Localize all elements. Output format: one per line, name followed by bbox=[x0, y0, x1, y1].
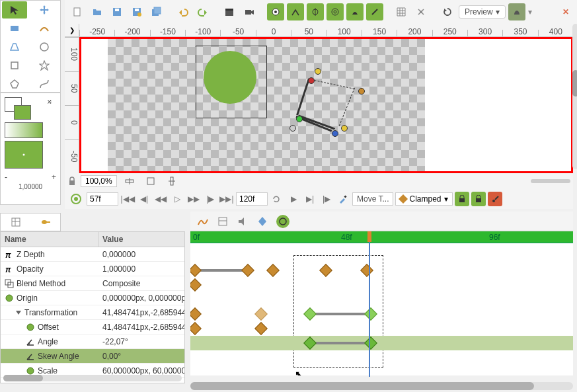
current-frame-input[interactable] bbox=[87, 192, 118, 206]
camera-icon[interactable] bbox=[241, 3, 258, 20]
square-tool[interactable] bbox=[2, 57, 27, 74]
params-tab-icon[interactable] bbox=[11, 217, 21, 227]
ruler-origin[interactable]: ❯ bbox=[65, 24, 79, 37]
lock-past-keyframes[interactable] bbox=[455, 192, 469, 206]
goto-start-button[interactable]: |◀◀ bbox=[120, 192, 135, 206]
loop-button[interactable] bbox=[270, 192, 284, 206]
move-tool[interactable] bbox=[32, 1, 57, 19]
grid-toggle-button[interactable] bbox=[393, 3, 410, 20]
open-file-button[interactable] bbox=[89, 3, 106, 20]
keyframe[interactable] bbox=[190, 322, 202, 335]
swap-colors-icon[interactable]: ⤭ bbox=[47, 98, 52, 105]
transform-handle[interactable] bbox=[296, 116, 303, 122]
step-forward-button[interactable]: ▶▶ bbox=[186, 192, 201, 206]
save-all-button[interactable] bbox=[148, 3, 165, 20]
interpolation-dropdown[interactable]: Clamped ▾ bbox=[395, 192, 452, 206]
keyframe[interactable] bbox=[303, 336, 317, 350]
keyframe[interactable] bbox=[254, 322, 268, 335]
animate-toggle-button[interactable] bbox=[488, 192, 502, 206]
param-row[interactable]: Angle-22,07° bbox=[1, 334, 184, 349]
keyframe[interactable] bbox=[266, 264, 280, 277]
transform-handle[interactable] bbox=[332, 130, 338, 137]
timeline-track[interactable] bbox=[190, 336, 573, 350]
fit-horizontal-button[interactable] bbox=[121, 173, 138, 190]
brush-size-decrease[interactable]: - bbox=[5, 173, 7, 182]
param-value[interactable]: Composite bbox=[98, 279, 184, 288]
ellipse-tool[interactable] bbox=[32, 38, 57, 56]
keyframes-tab-icon[interactable] bbox=[40, 217, 51, 227]
timeline-tracks[interactable]: ⬉ bbox=[190, 243, 573, 375]
transform-manipulator[interactable] bbox=[289, 68, 362, 134]
param-value[interactable]: 60,000000px, 60,000000px bbox=[98, 366, 184, 375]
param-row[interactable]: πZ Depth0,000000 bbox=[1, 247, 184, 262]
redo-button[interactable] bbox=[194, 3, 212, 20]
lock-icon[interactable] bbox=[67, 176, 77, 186]
onion-show-grid[interactable] bbox=[327, 3, 344, 20]
canvas-hscroll-mini[interactable] bbox=[531, 179, 570, 183]
param-row[interactable]: Offset41,484741px,-2,685944px bbox=[1, 320, 184, 334]
eyedropper-button[interactable] bbox=[336, 192, 350, 206]
transform-handle[interactable] bbox=[358, 88, 365, 95]
param-value[interactable]: 0,00° bbox=[98, 352, 184, 361]
goto-end-button[interactable]: ▶▶| bbox=[219, 192, 234, 206]
vertical-ruler[interactable]: 100500-50 bbox=[65, 37, 79, 173]
chevron-down-icon[interactable]: ▾ bbox=[528, 7, 532, 17]
param-value[interactable]: 41,484741px,-2,685944px bbox=[98, 323, 184, 332]
next-keyframe-button[interactable]: |▶ bbox=[203, 192, 217, 206]
gradient-swatch[interactable] bbox=[5, 122, 43, 138]
onion-skin-toggle[interactable] bbox=[287, 3, 304, 20]
play-button[interactable]: ▷ bbox=[170, 192, 184, 206]
smooth-tool[interactable] bbox=[32, 20, 57, 37]
brush-size-increase[interactable]: + bbox=[52, 173, 56, 182]
onion-show-guides[interactable] bbox=[307, 3, 324, 20]
canvas-vscrollbar[interactable] bbox=[572, 24, 577, 169]
transform-handle[interactable] bbox=[341, 125, 348, 132]
params-header-name[interactable]: Name bbox=[1, 232, 98, 247]
timeline-hscrollbar[interactable] bbox=[190, 382, 573, 390]
param-value[interactable]: 41,484741px,-2,685944px bbox=[98, 308, 184, 317]
end-frame-input[interactable] bbox=[236, 192, 268, 206]
transform-tool[interactable] bbox=[2, 1, 27, 19]
timeline-track[interactable] bbox=[190, 321, 573, 336]
refresh-button[interactable] bbox=[439, 3, 456, 20]
keyframe[interactable] bbox=[303, 307, 317, 321]
lock-future-keyframes[interactable] bbox=[471, 192, 486, 206]
timeline-playhead[interactable] bbox=[369, 231, 370, 377]
timeline-track[interactable] bbox=[190, 278, 573, 292]
timeline-track[interactable] bbox=[190, 263, 573, 278]
onion-bone[interactable] bbox=[346, 3, 364, 20]
curves-tab[interactable] bbox=[197, 216, 209, 227]
rectangle-tool[interactable] bbox=[2, 20, 27, 37]
render-button[interactable] bbox=[508, 3, 525, 20]
params-header-value[interactable]: Value bbox=[98, 232, 184, 247]
bound-left-button[interactable]: ▶| bbox=[303, 192, 317, 206]
star-tool[interactable] bbox=[32, 57, 57, 74]
param-row[interactable]: Origin0,000000px, 0,000000px bbox=[1, 291, 184, 305]
timeline-track[interactable] bbox=[190, 307, 573, 321]
keyframe[interactable] bbox=[360, 264, 373, 277]
clapperboard-icon[interactable] bbox=[221, 3, 238, 20]
perspective-tool[interactable] bbox=[2, 38, 27, 56]
save-button[interactable] bbox=[108, 3, 126, 20]
param-value[interactable]: 1,000000 bbox=[98, 264, 184, 274]
fit-canvas-button[interactable] bbox=[142, 173, 159, 190]
param-row[interactable]: πOpacity1,000000 bbox=[1, 262, 184, 276]
fit-vertical-button[interactable] bbox=[163, 173, 180, 190]
zoom-level-input[interactable]: 100,0% bbox=[81, 175, 117, 187]
param-row[interactable]: Skew Angle0,00° bbox=[1, 349, 184, 364]
undo-button[interactable] bbox=[174, 3, 192, 20]
horizontal-ruler[interactable]: -250-200-150-100-50050100150200250300350… bbox=[79, 24, 573, 37]
onion-pencil[interactable] bbox=[366, 3, 383, 20]
snap-toggle-button[interactable] bbox=[412, 3, 430, 20]
bezier-tool[interactable] bbox=[32, 75, 57, 93]
keyframe-tab[interactable] bbox=[256, 216, 268, 227]
bound-right-button[interactable]: |▶ bbox=[319, 192, 334, 206]
timeline-track[interactable] bbox=[190, 350, 573, 365]
save-as-button[interactable] bbox=[128, 3, 145, 20]
polygon-tool[interactable] bbox=[2, 75, 27, 93]
params-timeline-tab[interactable] bbox=[276, 215, 289, 228]
prev-keyframe-button[interactable]: ◀| bbox=[137, 192, 151, 206]
close-button[interactable]: ✕ bbox=[558, 7, 573, 17]
canvas-viewport[interactable] bbox=[79, 37, 573, 173]
keyframe[interactable] bbox=[319, 264, 332, 277]
